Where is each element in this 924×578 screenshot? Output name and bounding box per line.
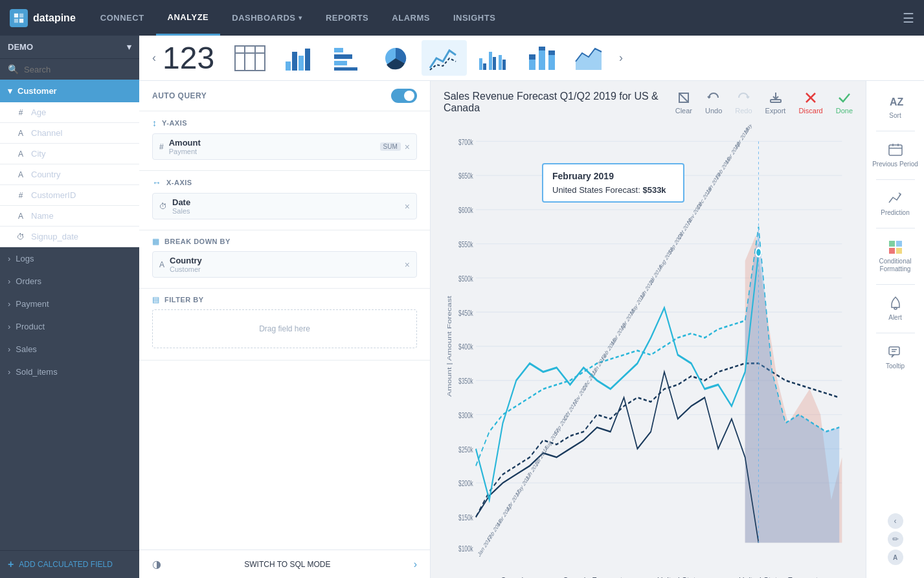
x-axis-field-pill[interactable]: ⏱ Date Sales ×	[152, 193, 417, 219]
chart-type-table[interactable]	[227, 40, 273, 76]
logo[interactable]: datapine	[10, 9, 76, 27]
nav-insights[interactable]: INSIGHTS	[442, 0, 507, 36]
export-button[interactable]: Export	[765, 91, 786, 115]
search-area: 🔍	[0, 59, 139, 80]
tooltip-value: United States Forecast: $533k	[552, 185, 674, 195]
field-name: Amount	[169, 138, 201, 148]
tooltip-icon	[888, 344, 903, 360]
svg-rect-4	[235, 46, 265, 71]
done-button[interactable]: Done	[836, 91, 853, 115]
numeric-icon: #	[16, 191, 26, 200]
svg-text:$450k: $450k	[458, 308, 473, 317]
filter-icon: ▤	[152, 295, 159, 304]
group-label: Customer	[17, 86, 57, 96]
group-product[interactable]: › Product	[0, 315, 139, 338]
sidebar-item-channel[interactable]: A Channel	[0, 123, 139, 144]
switch-sql-button[interactable]: SWITCH TO SQL MODE	[244, 560, 330, 569]
right-panel-previous-period[interactable]: Previous Period	[866, 136, 924, 175]
nav-reports[interactable]: REPORTS	[314, 0, 380, 36]
right-arrow-button[interactable]: ‹	[888, 513, 903, 529]
field-info: Amount Payment	[169, 138, 201, 155]
nav-analyze[interactable]: ANALYZE	[156, 0, 221, 36]
svg-rect-8	[286, 61, 291, 71]
right-edit-button[interactable]: ✏	[888, 531, 903, 547]
item-label: City	[31, 149, 45, 159]
auto-query-label: AUTO QUERY	[152, 91, 207, 100]
chart-type-horizontal-bar[interactable]	[324, 40, 370, 76]
svg-rect-2	[14, 18, 18, 22]
x-axis-icon: ↔	[152, 177, 161, 188]
redo-button[interactable]: Redo	[735, 91, 752, 115]
filter-label: FILTER BY	[164, 296, 204, 304]
chart-type-line[interactable]	[422, 40, 467, 76]
sidebar-item-name[interactable]: A Name	[0, 206, 139, 227]
chart-type-grouped-bar[interactable]	[470, 40, 515, 76]
sidebar-item-age[interactable]: # Age	[0, 102, 139, 123]
right-panel-tooltip[interactable]: Tooltip	[866, 338, 924, 377]
field-remove-button[interactable]: ×	[405, 142, 410, 152]
previous-period-label: Previous Period	[872, 161, 918, 168]
field-pill-left: ⏱ Date Sales	[159, 197, 190, 215]
divider	[876, 284, 915, 285]
chart-type-stacked-bar[interactable]	[519, 40, 564, 76]
nav-alarms[interactable]: ALARMS	[380, 0, 442, 36]
sidebar-item-customerid[interactable]: # CustomerID	[0, 185, 139, 206]
numeric-icon: #	[159, 142, 164, 151]
main-layout: DEMO ▾ 🔍 ▾ Customer # Age A Channel A Ci…	[0, 36, 924, 578]
y-axis-field-pill[interactable]: # Amount Payment SUM ×	[152, 133, 417, 160]
breakdown-header: ▦ BREAK DOWN BY	[152, 237, 417, 246]
svg-rect-22	[502, 60, 506, 70]
text-icon: A	[16, 129, 26, 138]
chart-type-prev-arrow[interactable]: ‹	[149, 51, 159, 65]
auto-query-toggle[interactable]	[391, 89, 417, 103]
clear-button[interactable]: Clear	[675, 91, 692, 115]
chart-type-next-arrow[interactable]: ›	[616, 51, 626, 65]
group-sold-items[interactable]: › Sold_items	[0, 361, 139, 383]
svg-rect-15	[334, 67, 357, 71]
drag-here-label: Drag field here	[259, 324, 310, 333]
right-panel-alert[interactable]: Alert	[866, 289, 924, 328]
mode-toggle-icon[interactable]: ◑	[152, 558, 161, 570]
sort-icon: AZ	[888, 94, 903, 109]
add-calculated-field-button[interactable]: + ADD CALCULATED FIELD	[0, 550, 139, 578]
svg-text:$100k: $100k	[458, 544, 473, 553]
hamburger-icon[interactable]: ☰	[903, 10, 914, 26]
demo-selector[interactable]: DEMO ▾	[0, 36, 139, 59]
right-text-button[interactable]: A	[888, 550, 903, 565]
group-payment[interactable]: › Payment	[0, 293, 139, 315]
group-sales[interactable]: › Sales	[0, 338, 139, 361]
group-logs[interactable]: › Logs	[0, 247, 139, 270]
svg-rect-101	[896, 241, 902, 247]
chart-type-area[interactable]	[567, 40, 613, 76]
chart-type-bar[interactable]	[276, 40, 321, 76]
field-remove-button[interactable]: ×	[405, 260, 410, 270]
sidebar-item-signup[interactable]: ⏱ Signup_date	[0, 227, 139, 247]
breakdown-field-pill[interactable]: A Country Customer ×	[152, 251, 417, 278]
right-panel-conditional[interactable]: Conditional Formatting	[866, 233, 924, 280]
plus-icon: +	[8, 559, 14, 570]
search-input[interactable]	[24, 65, 131, 74]
bottom-bar: ◑ SWITCH TO SQL MODE ›	[139, 550, 430, 578]
svg-rect-19	[489, 52, 492, 70]
field-remove-button[interactable]: ×	[405, 201, 410, 212]
right-panel-sort[interactable]: AZ Sort	[866, 87, 924, 126]
group-customer-header[interactable]: ▾ Customer	[0, 80, 139, 102]
svg-rect-32	[771, 100, 781, 102]
filter-header: ▤ FILTER BY	[152, 295, 417, 304]
chart-tooltip: February 2019 United States Forecast: $5…	[542, 163, 684, 203]
auto-query-row: AUTO QUERY	[139, 81, 430, 111]
svg-text:$650k: $650k	[458, 171, 473, 180]
undo-button[interactable]: Undo	[705, 91, 722, 115]
group-orders[interactable]: › Orders	[0, 270, 139, 293]
previous-period-icon	[888, 142, 903, 158]
sidebar-item-country[interactable]: A Country	[0, 164, 139, 185]
divider	[876, 228, 915, 228]
export-label: Export	[765, 107, 786, 115]
right-panel-prediction[interactable]: Prediction	[866, 184, 924, 223]
chart-type-pie[interactable]	[373, 40, 418, 76]
discard-button[interactable]: Discard	[798, 91, 822, 115]
sidebar-item-city[interactable]: A City	[0, 144, 139, 164]
nav-connect[interactable]: CONNECT	[89, 0, 156, 36]
svg-marker-62	[745, 227, 840, 542]
nav-dashboards[interactable]: DASHBOARDS	[220, 0, 314, 36]
